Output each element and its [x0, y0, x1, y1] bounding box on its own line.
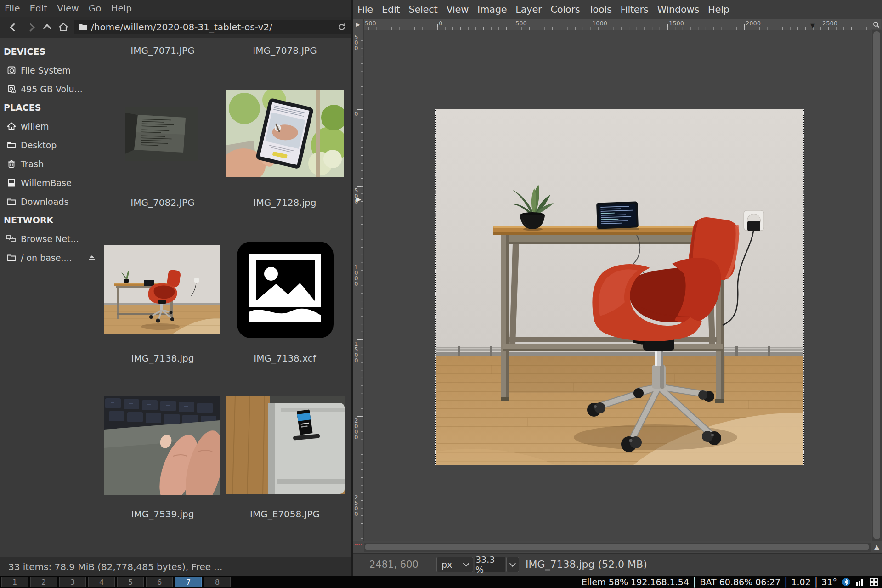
gimp-menu-view[interactable]: View [446, 4, 469, 15]
zoom-follow-window-button[interactable] [871, 19, 881, 29]
vertical-scrollbar[interactable] [872, 30, 882, 541]
image-menu-button[interactable]: ▶ [353, 19, 364, 30]
file-grid: IMG_7071.JPG IMG_7078.JPG [100, 38, 351, 557]
hard-disk-icon [6, 65, 17, 75]
path-text: /home/willem/2020-08-31_tablet-os-v2/ [91, 22, 334, 33]
home-icon [6, 121, 17, 131]
sidebar-item-desktop[interactable]: Desktop [0, 136, 100, 154]
volume-disk-icon [6, 84, 17, 94]
gimp-menu-colors[interactable]: Colors [550, 4, 580, 15]
forward-button[interactable] [22, 20, 39, 34]
quick-mask-toggle[interactable] [354, 543, 363, 552]
home-button[interactable] [55, 20, 72, 34]
system-status-text: Ellem 58% 192.168.1.54 │ BAT 60.86% 06:2… [582, 577, 837, 587]
file-thumbnail [104, 245, 220, 334]
path-bar[interactable]: /home/willem/2020-08-31_tablet-os-v2/ [74, 20, 351, 34]
gimp-menu-help[interactable]: Help [708, 4, 729, 15]
file-thumbnail [232, 241, 338, 339]
file-manager-body: DEVICES File System 495 GB Volu... PLACE… [0, 38, 351, 557]
horizontal-ruler[interactable]: 500 0 500 1000 1500 2000 2500 ▼ [364, 19, 871, 30]
zoom-dropdown-button[interactable] [506, 557, 519, 572]
gimp-menu-image[interactable]: Image [477, 4, 507, 15]
desktop: File Edit View Go Help /home/willem/2020… [0, 0, 882, 588]
gimp-menu-edit[interactable]: Edit [382, 4, 400, 15]
ruler-label: 500 [365, 20, 376, 27]
signal-bars-icon[interactable] [855, 578, 865, 586]
sidebar-item-file-system[interactable]: File System [0, 61, 100, 79]
ruler-label: 2500 [354, 494, 359, 516]
sidebar-item-willem[interactable]: willem [0, 117, 100, 136]
gimp-menu-filters[interactable]: Filters [621, 4, 649, 15]
network-drive-icon [6, 178, 17, 188]
folder-icon [79, 23, 87, 31]
workspace-button-5[interactable]: 5 [117, 577, 144, 587]
sidebar-item-browse-network[interactable]: Browse Net... [0, 229, 100, 248]
sidebar-item-label: / on base.... [21, 253, 72, 263]
gimp-menu-layer[interactable]: Layer [515, 4, 542, 15]
workspace-button-3[interactable]: 3 [59, 577, 86, 587]
refresh-icon[interactable] [338, 23, 346, 31]
back-button[interactable] [6, 20, 22, 34]
gimp-menu-windows[interactable]: Windows [657, 4, 699, 15]
workspace-button-7-active[interactable]: 7 [175, 577, 202, 587]
menu-arrow-icon: ▶ [356, 22, 360, 28]
quick-mask-icon [355, 544, 362, 550]
workspace-button-4[interactable]: 4 [88, 577, 115, 587]
gimp-menubar: File Edit Select View Image Layer Colors… [353, 0, 882, 19]
sidebar-item-label: WillemBase [21, 178, 72, 188]
chevron-down-icon [509, 560, 516, 567]
chevron-down-icon [463, 560, 469, 566]
grid-layout-icon[interactable] [869, 577, 878, 587]
scrollbar-thumb[interactable] [365, 544, 869, 550]
sidebar-item-label: Desktop [21, 140, 57, 150]
sidebar-item-trash[interactable]: Trash [0, 154, 100, 173]
file-thumbnail [226, 90, 344, 177]
horizontal-scrollbar[interactable] [364, 543, 871, 552]
file-thumbnail [125, 107, 198, 161]
sidebar-item-on-base[interactable]: / on base.... [0, 248, 100, 267]
pointer-position: 2481, 600 [369, 559, 418, 570]
sidebar-header-network: NETWORK [0, 211, 100, 229]
ruler-label: 1000 [592, 20, 607, 27]
workspace-button-2[interactable]: 2 [30, 577, 57, 587]
gimp-menu-tools[interactable]: Tools [588, 4, 611, 15]
sidebar-item-volume[interactable]: 495 GB Volu... [0, 79, 100, 98]
fm-menu-file[interactable]: File [5, 3, 20, 14]
zoom-input[interactable]: 33.3 % [475, 557, 505, 572]
workspace-button-8[interactable]: 8 [204, 577, 231, 587]
ruler-label: 1500 [354, 340, 359, 362]
gimp-menu-select[interactable]: Select [408, 4, 437, 15]
navigation-button[interactable]: ▲ [872, 542, 882, 552]
file-manager-menubar: File Edit View Go Help [0, 0, 351, 17]
folder-remote-icon [6, 253, 17, 263]
ruler-label: 1500 [669, 20, 684, 27]
workspace-switcher: 1 2 3 4 5 6 7 8 [1, 577, 231, 587]
back-icon [10, 23, 18, 31]
unit-select[interactable]: px [436, 557, 473, 572]
sidebar-item-label: Downloads [21, 197, 68, 207]
bluetooth-icon[interactable] [842, 577, 851, 587]
taskbar-status-area: Ellem 58% 192.168.1.54 │ BAT 60.86% 06:2… [582, 577, 882, 587]
fm-menu-view[interactable]: View [57, 3, 79, 14]
taskbar: 1 2 3 4 5 6 7 8 Ellem 58% 192.168.1.54 │… [0, 576, 882, 588]
ruler-label: 0 [439, 20, 442, 27]
fm-menu-edit[interactable]: Edit [29, 3, 47, 14]
fm-menu-help[interactable]: Help [111, 3, 132, 14]
trash-icon [6, 159, 17, 169]
fm-menu-go[interactable]: Go [89, 3, 102, 14]
gimp-canvas[interactable] [364, 30, 871, 541]
workspace-button-6[interactable]: 6 [146, 577, 173, 587]
sidebar-item-label: Browse Net... [21, 234, 79, 244]
vertical-ruler[interactable]: 500 0 500 1000 1500 2000 2500 ▶ [353, 30, 364, 541]
gimp-menu-file[interactable]: File [357, 4, 373, 15]
zoom-value: 33.3 % [475, 554, 505, 575]
file-thumbnail [104, 396, 220, 495]
eject-icon[interactable] [88, 254, 96, 261]
scrollbar-thumb[interactable] [873, 31, 880, 539]
sidebar-item-willembase[interactable]: WillemBase [0, 173, 100, 192]
up-button[interactable] [39, 20, 55, 34]
gimp-statusbar: 2481, 600 px 33.3 % IMG_7138.jpg (52.0 M… [353, 553, 882, 576]
sidebar-item-downloads[interactable]: Downloads [0, 192, 100, 211]
canvas-image-selection[interactable] [436, 109, 803, 465]
workspace-button-1[interactable]: 1 [1, 577, 28, 587]
